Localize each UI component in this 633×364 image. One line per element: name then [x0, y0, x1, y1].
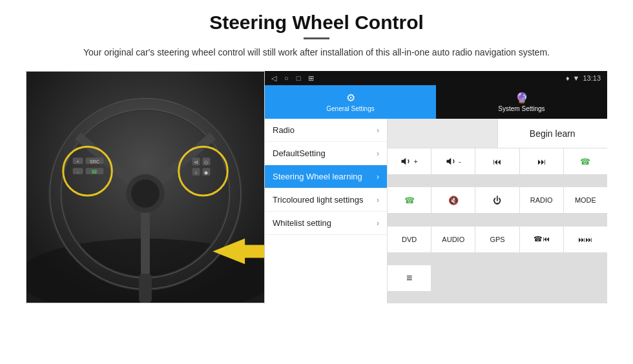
page-title: Steering Wheel Control	[26, 12, 607, 34]
vol-down-button[interactable]: -	[431, 148, 475, 174]
status-right: ♦ ▼ 13:13	[566, 74, 601, 82]
svg-text:-: -	[77, 170, 78, 174]
vol-up-button[interactable]: +	[388, 148, 431, 174]
top-row: Begin learn	[388, 119, 607, 148]
page-container: Steering Wheel Control Your original car…	[0, 0, 633, 364]
tab-bar: ⚙ General Settings 🔮 System Settings	[265, 85, 607, 119]
chevron-icon-steering: ›	[377, 172, 379, 181]
status-bar: ◁ ○ □ ⊞ ♦ ▼ 13:13	[265, 71, 607, 85]
menu-item-whitelist-label: Whitelist setting	[273, 218, 377, 228]
tab-system-label: System Settings	[498, 105, 545, 112]
power-button[interactable]: ⏻	[475, 187, 519, 213]
menu-item-tricoloured[interactable]: Tricoloured light settings ›	[265, 188, 387, 212]
svg-marker-30	[402, 158, 406, 165]
phone-ui: ◁ ○ □ ⊞ ♦ ▼ 13:13 ⚙ General Settings	[265, 71, 607, 303]
tab-system[interactable]: 🔮 System Settings	[436, 85, 607, 119]
list-button[interactable]: ≡	[388, 265, 431, 291]
title-section: Steering Wheel Control Your original car…	[26, 12, 607, 67]
gps-button[interactable]: GPS	[475, 227, 519, 252]
menu-icon[interactable]: ⊞	[308, 74, 314, 83]
mute-button[interactable]: 🔇	[431, 187, 475, 213]
menu-list: Radio › DefaultSetting › Steering Wheel …	[265, 119, 388, 303]
menu-item-steering-label: Steering Wheel learning	[273, 172, 377, 181]
tab-general[interactable]: ⚙ General Settings	[265, 85, 436, 119]
content-area: + - SRC ☎ ⊲ ◇ ○ ◆	[26, 71, 607, 303]
steering-wheel-image: + - SRC ☎ ⊲ ◇ ○ ◆	[26, 71, 265, 303]
svg-text:☎: ☎	[91, 169, 98, 175]
mode-button[interactable]: MODE	[564, 187, 607, 213]
chevron-icon-radio: ›	[377, 126, 379, 135]
nav-icons: ◁ ○ □ ⊞	[271, 74, 314, 83]
svg-text:+: +	[77, 159, 79, 164]
radio-mode-button[interactable]: RADIO	[520, 187, 563, 213]
title-divider	[304, 37, 329, 39]
time-display: 13:13	[583, 74, 601, 82]
signal-icon: ▼	[573, 74, 580, 82]
location-icon: ♦	[566, 74, 570, 82]
empty-input-box	[388, 119, 498, 148]
button-grid: + - ⏮ ⏭ ☎ ☎	[388, 148, 607, 303]
chevron-icon-whitelist: ›	[377, 219, 379, 228]
menu-item-radio-label: Radio	[273, 125, 377, 135]
audio-button[interactable]: AUDIO	[431, 227, 475, 252]
skip-fwd-button[interactable]: ⏭⏭	[564, 227, 607, 252]
svg-text:◆: ◆	[204, 170, 209, 176]
system-settings-icon: 🔮	[515, 92, 528, 104]
call-button[interactable]: ☎	[388, 187, 431, 213]
prev-track-button[interactable]: ⏮	[475, 148, 519, 174]
dvd-button[interactable]: DVD	[388, 227, 431, 252]
svg-text:SRC: SRC	[90, 159, 99, 164]
chevron-icon-tricoloured: ›	[377, 196, 379, 205]
menu-item-default[interactable]: DefaultSetting ›	[265, 142, 387, 165]
svg-rect-29	[139, 274, 152, 303]
svg-point-9	[131, 179, 160, 208]
menu-item-steering[interactable]: Steering Wheel learning ›	[265, 165, 387, 188]
main-content: Radio › DefaultSetting › Steering Wheel …	[265, 119, 607, 303]
svg-marker-32	[446, 158, 451, 165]
right-panel: Begin learn +	[388, 119, 607, 303]
back-icon[interactable]: ◁	[271, 74, 276, 83]
phone-prev-button[interactable]: ☎⏮	[520, 227, 563, 252]
svg-text:⊲: ⊲	[194, 159, 198, 165]
menu-item-whitelist[interactable]: Whitelist setting ›	[265, 212, 387, 235]
next-track-button[interactable]: ⏭	[520, 148, 563, 174]
menu-item-tricoloured-label: Tricoloured light settings	[273, 195, 377, 205]
home-icon[interactable]: ○	[284, 74, 289, 83]
menu-item-radio[interactable]: Radio ›	[265, 119, 387, 142]
general-settings-icon: ⚙	[346, 92, 355, 104]
menu-item-default-label: DefaultSetting	[273, 148, 377, 158]
subtitle: Your original car's steering wheel contr…	[74, 46, 559, 59]
begin-learn-button[interactable]: Begin learn	[498, 119, 608, 148]
phone-answer-button[interactable]: ☎	[564, 148, 607, 174]
svg-text:○: ○	[194, 170, 198, 176]
chevron-icon-default: ›	[377, 149, 379, 158]
recents-icon[interactable]: □	[296, 74, 301, 83]
svg-text:◇: ◇	[204, 159, 209, 165]
tab-general-label: General Settings	[326, 105, 375, 112]
